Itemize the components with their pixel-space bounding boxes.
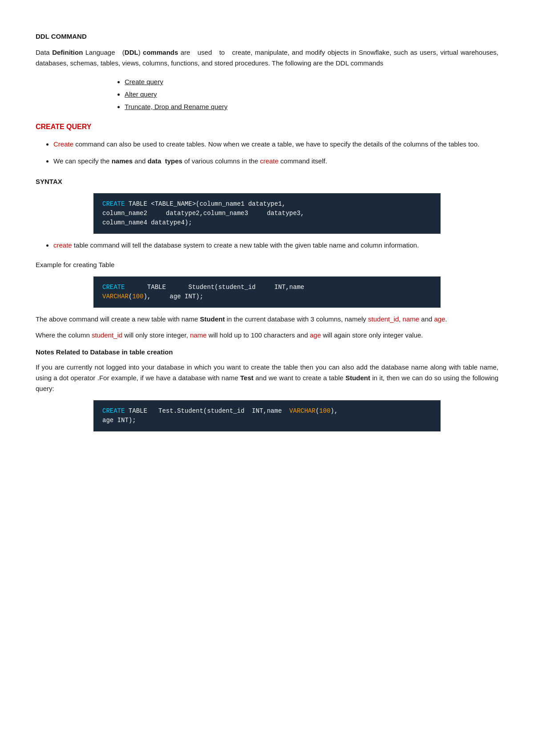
create-query-title: CREATE QUERY: [36, 121, 498, 133]
syntax-code-block: CREATE TABLE <TABLE_NAME>(column_name1 d…: [93, 193, 441, 234]
example-body-2: (: [129, 293, 132, 300]
varchar-num: 100: [132, 293, 143, 300]
create-bullet-1: Create command can also be used to creat…: [53, 139, 498, 150]
notes-section: Notes Related to Database in table creat…: [36, 347, 498, 431]
ddl-title: DDL COMMAND: [36, 31, 498, 42]
age-ref-1: age: [434, 315, 445, 323]
create-bullet-2: We can specify the names and data types …: [53, 156, 498, 167]
page-container: DDL COMMAND Data Definition Language (DD…: [36, 31, 498, 431]
ddl-list-item: Alter query: [125, 89, 498, 100]
name-ref-2: name: [190, 331, 207, 339]
notes-body-1: Test.Student(student_id INT,name: [151, 407, 289, 415]
above-cmd-paragraph: The above command will create a new tabl…: [36, 314, 498, 325]
varchar-kw: VARCHAR: [102, 293, 129, 300]
age-ref-2: age: [310, 331, 321, 339]
name-ref-1: name: [403, 315, 420, 323]
example-body-1: Student(student_id INT,name: [170, 284, 304, 291]
syntax-bullets: create table command will tell the datab…: [53, 240, 498, 251]
syntax-bullet-1: create table command will tell the datab…: [53, 240, 498, 251]
student-id-ref-2: student_id: [92, 331, 122, 339]
create-query-section: CREATE QUERY Create command can also be …: [36, 121, 498, 167]
ddl-list-item: Truncate, Drop and Rename query: [125, 102, 498, 112]
syntax-title: SYNTAX: [36, 176, 498, 187]
example-label: Example for creating Table: [36, 260, 498, 270]
student-id-ref-1: student_id: [368, 315, 399, 323]
notes-code-block: CREATE TABLE Test.Student(student_id INT…: [93, 400, 441, 431]
ddl-list: Create query Alter query Truncate, Drop …: [125, 77, 498, 112]
create-keyword-2: create: [260, 157, 279, 165]
notes-title: Notes Related to Database in table creat…: [36, 347, 498, 358]
syntax-section: SYNTAX CREATE TABLE <TABLE_NAME>(column_…: [36, 176, 498, 341]
create-kw-3: CREATE: [102, 407, 125, 415]
create-keyword-3: create: [53, 241, 72, 249]
ddl-section: DDL COMMAND Data Definition Language (DD…: [36, 31, 498, 112]
where-paragraph: Where the column student_id will only st…: [36, 330, 498, 341]
example-body-3: ), age INT);: [143, 293, 203, 300]
ddl-intro: Data Definition Language (DDL) commands …: [36, 47, 498, 69]
ddl-list-item: Create query: [125, 77, 498, 87]
create-kw: CREATE: [102, 200, 125, 207]
varchar-kw-2: VARCHAR: [289, 407, 316, 415]
create-kw-2: CREATE: [102, 284, 125, 291]
table-kw-3: TABLE: [129, 407, 147, 415]
create-query-bullets: Create command can also be used to creat…: [53, 139, 498, 167]
table-kw: TABLE: [129, 200, 147, 207]
table-kw-2: TABLE: [129, 284, 166, 291]
create-keyword-1: Create: [53, 140, 73, 148]
notes-paragraph: If you are currently not logged into you…: [36, 362, 498, 394]
varchar-num-2: 100: [319, 407, 330, 415]
example-code-block: CREATE TABLE Student(student_id INT,name…: [93, 276, 441, 308]
